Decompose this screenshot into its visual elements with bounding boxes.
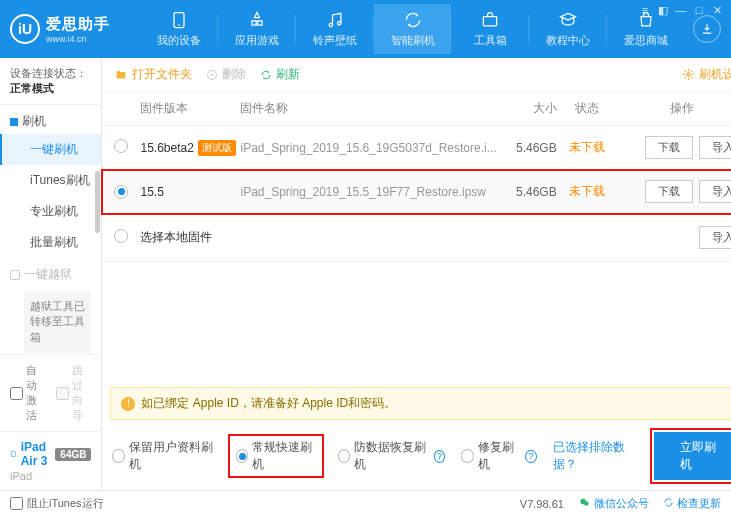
brand-url: www.i4.cn	[46, 34, 110, 44]
nav-apps[interactable]: 应用游戏	[218, 4, 296, 54]
import-button[interactable]: 导入	[699, 226, 731, 249]
row-radio[interactable]	[114, 229, 128, 243]
toolbar: 打开文件夹 删除 刷新 刷机设置	[102, 58, 731, 92]
wechat-icon	[578, 497, 591, 508]
import-button[interactable]: 导入	[699, 180, 731, 203]
row-radio[interactable]	[114, 185, 128, 199]
svg-point-3	[337, 22, 340, 25]
opt-repair-flash[interactable]: 修复刷机?	[461, 439, 537, 473]
sidebar-item-itunes[interactable]: iTunes刷机	[0, 165, 101, 196]
jailbreak-note: 越狱工具已转移至工具箱	[24, 291, 91, 353]
svg-point-7	[687, 73, 690, 76]
gear-icon	[682, 68, 695, 81]
firmware-row[interactable]: 15.5 iPad_Spring_2019_15.5_19F77_Restore…	[102, 170, 731, 214]
svg-point-9	[584, 501, 589, 506]
maximize-icon[interactable]: □	[691, 3, 707, 17]
version-label: V7.98.61	[520, 498, 564, 510]
main-panel: 打开文件夹 删除 刷新 刷机设置 固件版本 固件名称 大小 状态 操作 15.6…	[102, 58, 731, 490]
table-header: 固件版本 固件名称 大小 状态 操作	[102, 92, 731, 126]
connection-status: 设备连接状态：正常模式	[0, 58, 101, 105]
appleid-warning: ! 如已绑定 Apple ID，请准备好 Apple ID和密码。 ✕	[110, 387, 731, 420]
update-icon	[663, 497, 674, 508]
close-icon[interactable]: ✕	[709, 3, 725, 17]
sidebar-item-pro[interactable]: 专业刷机	[0, 196, 101, 227]
check-update-link[interactable]: 检查更新	[663, 496, 721, 511]
info-icon: !	[121, 397, 135, 411]
nav-store[interactable]: 爱思商城	[607, 4, 685, 54]
brand-name: 爱思助手	[46, 15, 110, 34]
status-bar: 阻止iTunes运行 V7.98.61 微信公众号 检查更新 const dat…	[0, 490, 731, 516]
nav-flash[interactable]: 智能刷机	[374, 4, 452, 54]
refresh-button[interactable]: 刷新	[260, 66, 300, 83]
opt-keep-data[interactable]: 保留用户资料刷机	[112, 439, 213, 473]
device-icon	[10, 447, 17, 461]
sidebar-item-batch[interactable]: 批量刷机	[0, 227, 101, 258]
block-itunes-checkbox[interactable]: 阻止iTunes运行	[10, 496, 104, 511]
logo-icon: iU	[10, 14, 40, 44]
svg-rect-4	[484, 17, 497, 26]
device-block[interactable]: iPad Air 364GB iPad	[0, 431, 101, 490]
sidebar: 设备连接状态：正常模式 刷机 一键刷机 iTunes刷机 专业刷机 批量刷机 一…	[0, 58, 102, 490]
row-radio[interactable]	[114, 139, 128, 153]
beta-tag: 测试版	[198, 140, 236, 156]
svg-point-1	[178, 24, 180, 26]
app-logo: iU 爱思助手 www.i4.cn	[10, 14, 140, 44]
sidebar-scrollbar[interactable]	[95, 171, 100, 233]
opt-anti-recovery[interactable]: 防数据恢复刷机?	[338, 439, 446, 473]
flash-options: 保留用户资料刷机 常规快速刷机 防数据恢复刷机? 修复刷机? 已选择排除数据？ …	[102, 424, 731, 490]
import-button[interactable]: 导入	[699, 136, 731, 159]
open-folder-button[interactable]: 打开文件夹	[114, 66, 192, 83]
flash-now-button[interactable]: 立即刷机	[654, 432, 731, 480]
auto-activate-checkbox[interactable]: 自动激活	[10, 363, 46, 423]
help-icon[interactable]: ?	[525, 450, 537, 463]
download-center-button[interactable]	[693, 15, 721, 43]
flash-settings-button[interactable]: 刷机设置	[682, 66, 731, 83]
wechat-link[interactable]: 微信公众号	[578, 496, 649, 511]
side-group-flash[interactable]: 刷机	[0, 105, 101, 134]
nav-tutorial[interactable]: 教程中心	[529, 4, 607, 54]
download-button[interactable]: 下载	[645, 136, 693, 159]
lock-icon	[10, 270, 20, 280]
local-firmware-row[interactable]: 选择本地固件 导入	[102, 214, 731, 262]
delete-button: 删除	[206, 66, 246, 83]
nav-device[interactable]: 我的设备	[140, 4, 218, 54]
help-icon[interactable]: ?	[434, 450, 446, 463]
nav-ringtone[interactable]: 铃声壁纸	[296, 4, 374, 54]
download-button[interactable]: 下载	[645, 180, 693, 203]
storage-badge: 64GB	[55, 448, 91, 461]
top-nav: 我的设备 应用游戏 铃声壁纸 智能刷机 工具箱 教程中心 爱思商城	[140, 4, 685, 54]
opt-normal-flash[interactable]: 常规快速刷机	[230, 436, 322, 476]
exclude-data-link[interactable]: 已选择排除数据？	[553, 439, 638, 473]
sidebar-item-oneclick[interactable]: 一键刷机	[0, 134, 101, 165]
firmware-row[interactable]: 15.6beta2测试版 iPad_Spring_2019_15.6_19G50…	[102, 126, 731, 170]
nav-toolbox[interactable]: 工具箱	[451, 4, 529, 54]
skip-guide-checkbox[interactable]: 跳过向导	[56, 363, 92, 423]
side-group-jailbreak[interactable]: 一键越狱	[0, 258, 101, 287]
svg-point-2	[329, 23, 332, 26]
auto-options: 自动激活 跳过向导	[0, 354, 101, 431]
svg-rect-5	[11, 451, 15, 456]
